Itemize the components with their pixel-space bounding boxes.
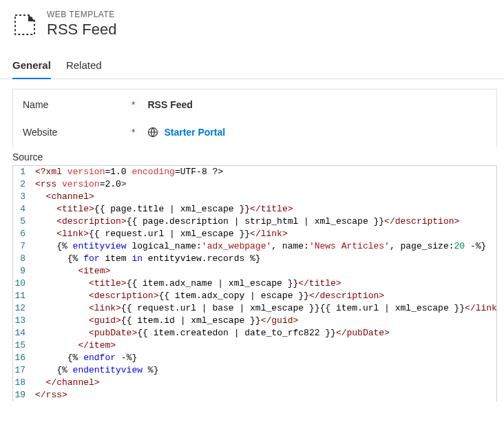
code-line[interactable]: 14 <pubDate>{{ item.createdon | date_to_… xyxy=(13,327,496,339)
code-content[interactable]: <?xml version=1.0 encoding=UTF-8 ?> xyxy=(34,166,496,178)
code-line[interactable]: 18 </channel> xyxy=(13,377,496,389)
label-source: Source xyxy=(0,147,504,165)
code-line[interactable]: 5 <description>{{ page.description | str… xyxy=(13,216,496,228)
label-name: Name xyxy=(23,99,125,110)
line-number: 7 xyxy=(13,240,34,253)
code-content[interactable]: </item> xyxy=(34,339,496,352)
code-content[interactable]: <description>{{ item.adx_copy | escape }… xyxy=(34,290,496,302)
code-line[interactable]: 11 <description>{{ item.adx_copy | escap… xyxy=(13,290,496,302)
code-line[interactable]: 12 <link>{{ request.url | base | xml_esc… xyxy=(13,302,496,315)
code-line[interactable]: 8 {% for item in entityview.records %} xyxy=(13,253,496,265)
code-content[interactable]: {% for item in entityview.records %} xyxy=(34,253,496,265)
template-icon xyxy=(12,12,37,37)
code-content[interactable]: <rss version=2.0> xyxy=(34,178,496,191)
line-number: 4 xyxy=(13,203,34,216)
required-marker: * xyxy=(132,99,135,110)
tab-related[interactable]: Related xyxy=(66,54,102,79)
line-number: 16 xyxy=(13,352,34,364)
code-content[interactable]: </channel> xyxy=(34,377,496,389)
line-number: 19 xyxy=(13,389,34,401)
tab-bar: General Related xyxy=(0,54,504,79)
row-name: Name * RSS Feed xyxy=(13,90,496,120)
line-number: 6 xyxy=(13,228,34,240)
code-line[interactable]: 4 <title>{{ page.title | xml_escape }}</… xyxy=(13,203,496,216)
globe-icon xyxy=(147,127,158,138)
code-line[interactable]: 6 <link>{{ request.url | xml_escape }}</… xyxy=(13,228,496,240)
line-number: 13 xyxy=(13,315,34,327)
code-line[interactable]: 17 {% endentityview %} xyxy=(13,364,496,377)
tab-general[interactable]: General xyxy=(12,54,51,79)
line-number: 9 xyxy=(13,265,34,277)
code-line[interactable]: 10 <title>{{ item.adx_name | xml_escape … xyxy=(13,277,496,290)
line-number: 5 xyxy=(13,216,34,228)
code-line[interactable]: 1<?xml version=1.0 encoding=UTF-8 ?> xyxy=(13,166,496,178)
row-website: Website * Starter Portal xyxy=(13,120,496,147)
line-number: 3 xyxy=(13,191,34,203)
code-content[interactable]: <item> xyxy=(34,265,496,277)
page-header: WEB TEMPLATE RSS Feed xyxy=(0,0,504,54)
code-content[interactable]: <pubDate>{{ item.createdon | date_to_rfc… xyxy=(34,327,496,339)
required-marker: * xyxy=(132,127,135,138)
label-website: Website xyxy=(23,127,125,138)
line-number: 8 xyxy=(13,253,34,265)
website-link-text: Starter Portal xyxy=(164,127,225,138)
code-line[interactable]: 9 <item> xyxy=(13,265,496,277)
line-number: 12 xyxy=(13,302,34,315)
code-content[interactable]: <title>{{ item.adx_name | xml_escape }}<… xyxy=(34,277,496,290)
page-title: RSS Feed xyxy=(47,21,117,39)
code-content[interactable]: {% endfor -%} xyxy=(34,352,496,364)
code-content[interactable]: <description>{{ page.description | strip… xyxy=(34,216,496,228)
line-number: 18 xyxy=(13,377,34,389)
header-kicker: WEB TEMPLATE xyxy=(47,10,117,19)
code-content[interactable]: <link>{{ request.url | xml_escape }}</li… xyxy=(34,228,496,240)
line-number: 1 xyxy=(13,166,34,178)
website-link[interactable]: Starter Portal xyxy=(147,127,225,138)
line-number: 11 xyxy=(13,290,34,302)
code-content[interactable]: {% endentityview %} xyxy=(34,364,496,377)
line-number: 17 xyxy=(13,364,34,377)
code-content[interactable]: <guid>{{ item.id | xml_escape }}</guid> xyxy=(34,315,496,327)
code-line[interactable]: 13 <guid>{{ item.id | xml_escape }}</gui… xyxy=(13,315,496,327)
value-name[interactable]: RSS Feed xyxy=(147,99,192,110)
code-content[interactable]: </rss> xyxy=(34,389,496,401)
code-line[interactable]: 7 {% entityview logical_name:'adx_webpag… xyxy=(13,240,496,253)
line-number: 10 xyxy=(13,277,34,290)
code-content[interactable]: {% entityview logical_name:'adx_webpage'… xyxy=(34,240,496,253)
code-line[interactable]: 16 {% endfor -%} xyxy=(13,352,496,364)
line-number: 2 xyxy=(13,178,34,191)
code-line[interactable]: 19</rss> xyxy=(13,389,496,401)
line-number: 14 xyxy=(13,327,34,339)
form-panel: Name * RSS Feed Website * Starter Portal xyxy=(12,89,497,147)
code-content[interactable]: <link>{{ request.url | base | xml_escape… xyxy=(34,302,496,315)
code-line[interactable]: 15 </item> xyxy=(13,339,496,352)
code-content[interactable]: <channel> xyxy=(34,191,496,203)
line-number: 15 xyxy=(13,339,34,352)
code-line[interactable]: 3 <channel> xyxy=(13,191,496,203)
source-editor[interactable]: 1<?xml version=1.0 encoding=UTF-8 ?>2<rs… xyxy=(12,165,497,401)
code-content[interactable]: <title>{{ page.title | xml_escape }}</ti… xyxy=(34,203,496,216)
code-line[interactable]: 2<rss version=2.0> xyxy=(13,178,496,191)
